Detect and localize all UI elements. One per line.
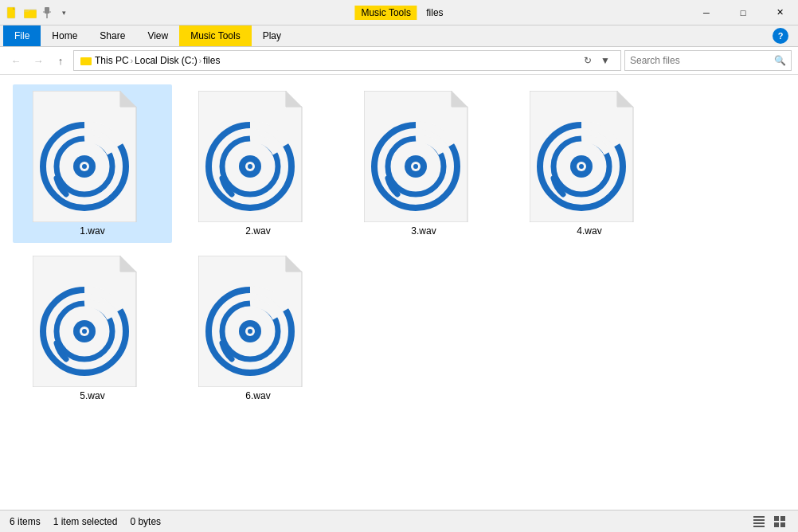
quick-access-dropdown[interactable]: ▾ <box>59 9 69 17</box>
view-controls <box>750 513 788 530</box>
window-title-text: files <box>426 7 443 18</box>
large-icons-view-button[interactable] <box>771 513 788 530</box>
dropdown-arrow-icon: ▾ <box>62 9 66 17</box>
svg-rect-50 <box>753 522 765 524</box>
file-label: 6.wav <box>245 390 270 401</box>
svg-point-33 <box>579 164 584 169</box>
status-bar: 6 items 1 item selected 0 bytes <box>0 510 798 532</box>
svg-marker-21 <box>452 91 467 107</box>
svg-rect-1 <box>24 10 37 18</box>
file-icon-wrapper <box>33 91 152 222</box>
svg-rect-49 <box>753 519 765 521</box>
folder-icon <box>80 56 92 65</box>
breadcrumb-local-disk[interactable]: Local Disk (C:) <box>135 55 198 66</box>
svg-marker-7 <box>120 91 136 107</box>
svg-rect-51 <box>753 526 765 527</box>
forward-button[interactable]: → <box>29 51 48 70</box>
file-item[interactable]: 2.wav <box>178 84 338 243</box>
svg-rect-5 <box>80 57 92 65</box>
svg-marker-42 <box>286 256 302 272</box>
status-selected: 1 item selected <box>53 516 118 527</box>
main-content: 1.wav 2.wav <box>0 75 798 510</box>
svg-marker-28 <box>617 91 633 107</box>
title-bar-icons <box>0 6 59 19</box>
svg-point-47 <box>248 329 252 334</box>
back-button[interactable]: ← <box>6 51 25 70</box>
file-icon-wrapper <box>33 256 152 387</box>
file-item[interactable]: 6.wav <box>178 249 338 408</box>
breadcrumb-arrow-2: › <box>199 57 201 65</box>
address-bar[interactable]: This PC › Local Disk (C:) › files ↻ ▼ <box>73 50 621 71</box>
tab-play[interactable]: Play <box>252 25 292 46</box>
file-label: 3.wav <box>411 225 436 237</box>
maximize-button[interactable]: □ <box>725 0 761 25</box>
file-item[interactable]: 3.wav <box>344 84 503 243</box>
breadcrumb-arrow-1: › <box>131 57 133 65</box>
status-item-count: 6 items <box>10 516 41 527</box>
help-button[interactable]: ? <box>773 28 788 44</box>
file-grid: 1.wav 2.wav <box>13 84 785 408</box>
svg-point-12 <box>82 164 87 169</box>
search-input[interactable] <box>630 55 774 66</box>
file-icon-wrapper <box>364 91 483 222</box>
tab-share[interactable]: Share <box>88 25 136 46</box>
svg-marker-14 <box>286 91 302 107</box>
svg-rect-55 <box>780 522 785 527</box>
file-item[interactable]: 4.wav <box>510 84 669 243</box>
file-item[interactable]: 5.wav <box>13 249 172 408</box>
file-item[interactable]: 1.wav <box>13 84 172 243</box>
window-title: Music Tools files <box>354 7 443 18</box>
dropdown-address-button[interactable]: ▼ <box>597 52 614 69</box>
music-tools-label: Music Tools <box>179 25 251 46</box>
window-controls: ─ □ ✕ <box>688 0 798 25</box>
file-label: 1.wav <box>80 225 104 237</box>
status-size: 0 bytes <box>130 516 161 527</box>
file-label: 4.wav <box>577 225 601 237</box>
breadcrumb-files[interactable]: files <box>203 55 220 66</box>
ribbon-tabs: File Home Share View Music Tools Play ? <box>0 25 798 47</box>
svg-marker-35 <box>120 256 136 272</box>
svg-point-19 <box>248 164 252 169</box>
svg-rect-54 <box>774 522 779 527</box>
svg-point-40 <box>82 329 87 334</box>
tab-file[interactable]: File <box>3 25 41 46</box>
search-icon: 🔍 <box>774 55 786 66</box>
svg-point-26 <box>413 164 418 169</box>
file-label: 2.wav <box>245 225 270 237</box>
minimize-button[interactable]: ─ <box>688 0 725 25</box>
tab-home[interactable]: Home <box>41 25 88 46</box>
file-icon-wrapper <box>530 91 649 222</box>
close-button[interactable]: ✕ <box>761 0 798 25</box>
nav-bar: ← → ↑ This PC › Local Disk (C:) › files … <box>0 47 798 75</box>
svg-rect-52 <box>774 516 779 521</box>
file-icon-wrapper <box>198 91 318 222</box>
refresh-button[interactable]: ↻ <box>579 52 597 69</box>
title-bar: ▾ Music Tools files ─ □ ✕ <box>0 0 798 25</box>
up-button[interactable]: ↑ <box>51 51 70 70</box>
tab-view[interactable]: View <box>136 25 179 46</box>
svg-rect-53 <box>780 516 785 521</box>
search-bar[interactable]: 🔍 <box>624 50 792 71</box>
svg-rect-2 <box>45 7 49 14</box>
svg-rect-48 <box>753 516 765 518</box>
app-icon <box>6 6 19 19</box>
file-label: 5.wav <box>80 390 104 401</box>
details-view-button[interactable] <box>750 513 768 530</box>
grid-icon <box>774 516 785 527</box>
breadcrumb-this-pc[interactable]: This PC <box>95 55 129 66</box>
details-icon <box>753 516 765 527</box>
new-folder-icon[interactable] <box>24 7 37 18</box>
pin-icon[interactable] <box>41 7 53 18</box>
file-icon-wrapper <box>198 256 318 387</box>
ribbon-app-label: Music Tools <box>354 6 417 20</box>
